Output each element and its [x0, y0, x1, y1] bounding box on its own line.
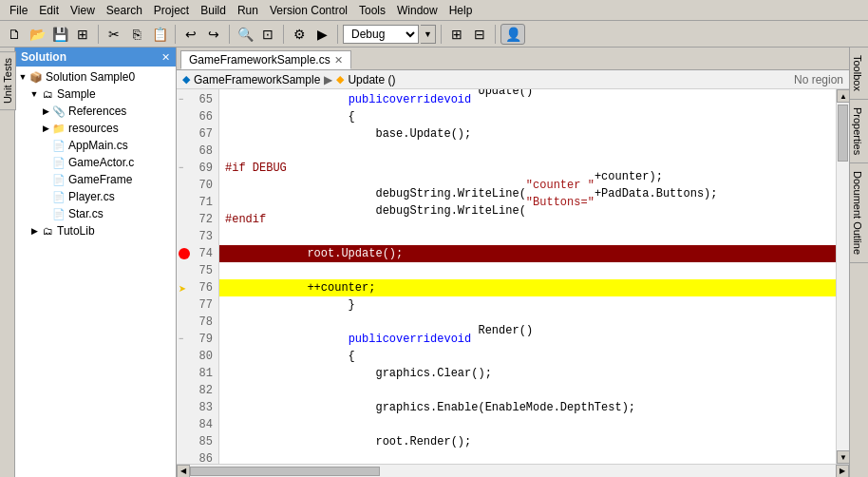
scroll-thumb-h[interactable] [190, 467, 380, 476]
tree-solution-root[interactable]: ▼ 📦 Solution Sample0 [15, 68, 176, 86]
expand-sample-arrow[interactable]: ▼ [28, 88, 40, 100]
toolbar-save-all-btn[interactable]: ⊞ [72, 24, 93, 45]
scroll-down-arrow[interactable]: ▼ [837, 450, 849, 464]
code-line-67: base.Update(); [219, 125, 836, 143]
menu-tools[interactable]: Tools [353, 2, 391, 19]
breadcrumb-class-name[interactable]: GameFrameworkSample [194, 73, 320, 86]
tree-gameactor[interactable]: 📄 GameActor.c [15, 154, 176, 171]
expand-tutolib-arrow[interactable]: ▶ [28, 225, 40, 237]
unit-tests-tab[interactable]: Unit Tests [0, 51, 16, 110]
tree-resources[interactable]: ▶ 📁 resources [15, 120, 176, 137]
solution-panel-header: Solution ✕ [15, 48, 176, 67]
menu-project[interactable]: Project [148, 2, 195, 19]
expand-solution-arrow[interactable]: ▼ [17, 71, 28, 83]
line-71: 71 [177, 194, 218, 211]
toolbar-extra2-btn[interactable]: ⊟ [469, 24, 490, 45]
breadcrumb-arrow-sep: ▶ [324, 73, 332, 86]
toolbar-cut-btn[interactable]: ✂ [104, 24, 124, 45]
toolbar-undo-btn[interactable]: ↩ [180, 24, 201, 45]
solution-icon: 📦 [28, 69, 44, 85]
main-layout: Unit Tests Solution ✕ ▼ 📦 Solution Sampl… [0, 48, 868, 477]
references-icon: 📎 [51, 104, 66, 119]
tab-close-btn[interactable]: ✕ [334, 54, 343, 67]
line-84: 84 [177, 416, 218, 433]
code-line-71: debugString.WriteLine("Buttons="+PadData… [219, 194, 836, 211]
code-line-75 [219, 262, 836, 279]
scroll-up-arrow[interactable]: ▲ [837, 89, 849, 103]
tree-appmain[interactable]: 📄 AppMain.cs [15, 137, 176, 154]
scroll-right-arrow[interactable]: ▶ [836, 465, 849, 478]
gameframe-label: GameFrame [68, 173, 132, 186]
side-tabs-left: Unit Tests [0, 48, 15, 477]
tree-references[interactable]: ▶ 📎 References [15, 103, 176, 120]
toolbar-replace-btn[interactable]: ⊡ [257, 24, 278, 45]
toolbar-sep-3 [229, 25, 230, 44]
toolbar-profile-btn[interactable]: 👤 [500, 24, 525, 45]
next-statement-arrow: ➤ [179, 281, 186, 297]
toolbar-extra1-btn[interactable]: ⊞ [446, 24, 467, 45]
cs-file-icon-gameactor: 📄 [51, 155, 66, 170]
line-numbers: −65 66 67 68 −69 70 71 72 73 74 75 ➤ 76 … [177, 89, 219, 464]
menu-window[interactable]: Window [391, 2, 443, 19]
toolbox-tab[interactable]: Toolbox [850, 48, 868, 100]
menu-view[interactable]: View [65, 2, 101, 19]
line-65: −65 [177, 91, 218, 108]
toolbar-save-btn[interactable]: 💾 [49, 24, 70, 45]
menu-edit[interactable]: Edit [33, 2, 65, 19]
cs-file-icon-player: 📄 [51, 189, 66, 204]
breadcrumb-class-icon: ◆ [182, 73, 190, 86]
editor-tab-gameframework[interactable]: GameFrameworkSample.cs ✕ [180, 50, 351, 69]
breakpoint-indicator [179, 248, 190, 259]
code-line-83: graphics.Enable(EnableMode.DepthTest); [219, 399, 836, 416]
tree-gameframe[interactable]: 📄 GameFrame [15, 171, 176, 188]
breadcrumb-method-name[interactable]: Update () [348, 73, 395, 86]
scroll-thumb-v[interactable] [838, 105, 848, 162]
line-83: 83 [177, 399, 218, 416]
toolbar-copy-btn[interactable]: ⎘ [126, 24, 147, 45]
line-79: −79 [177, 331, 218, 348]
menu-search[interactable]: Search [101, 2, 148, 19]
toolbar-redo-btn[interactable]: ↪ [203, 24, 224, 45]
tree-star[interactable]: 📄 Star.cs [15, 205, 176, 222]
side-tabs-right: Toolbox Properties Document Outline [849, 48, 868, 477]
menu-file[interactable]: File [4, 2, 33, 19]
toolbar-sep-5 [337, 25, 338, 44]
toolbar-sep-4 [283, 25, 284, 44]
expand-references-arrow[interactable]: ▶ [40, 105, 51, 117]
menu-versioncontrol[interactable]: Version Control [264, 2, 353, 19]
tree-tutolib[interactable]: ▶ 🗂 TutoLib [15, 222, 176, 239]
cs-file-icon-star: 📄 [51, 206, 66, 221]
tree-player[interactable]: 📄 Player.cs [15, 188, 176, 205]
line-73: 73 [177, 228, 218, 245]
solution-panel-close-btn[interactable]: ✕ [161, 51, 170, 64]
line-80: 80 [177, 348, 218, 365]
toolbar-run-btn[interactable]: ▶ [311, 24, 332, 45]
line-85: 85 [177, 433, 218, 450]
tab-label: GameFrameworkSample.cs [189, 53, 330, 67]
debug-config-arrow[interactable]: ▼ [421, 25, 436, 44]
code-content[interactable]: public override void Update() { base.Upd… [219, 89, 836, 464]
toolbar-new-btn[interactable]: 🗋 [4, 24, 25, 45]
toolbar-build-btn[interactable]: ⚙ [289, 24, 310, 45]
document-outline-tab[interactable]: Document Outline [850, 163, 868, 263]
scroll-track-h[interactable] [190, 466, 836, 477]
line-82: 82 [177, 382, 218, 399]
player-label: Player.cs [68, 190, 115, 203]
toolbar-open-btn[interactable]: 📂 [27, 24, 47, 45]
menu-run[interactable]: Run [232, 2, 264, 19]
debug-config-select[interactable]: Debug Release [343, 25, 419, 44]
properties-tab[interactable]: Properties [850, 100, 868, 163]
vertical-scrollbar[interactable]: ▲ ▼ [836, 89, 849, 464]
tree-sample[interactable]: ▼ 🗂 Sample [15, 86, 176, 103]
toolbar-paste-btn[interactable]: 📋 [149, 24, 170, 45]
scroll-track-v[interactable] [837, 103, 849, 450]
sample-folder-icon: 🗂 [40, 86, 55, 102]
menu-build[interactable]: Build [195, 2, 232, 19]
tutolib-icon: 🗂 [40, 223, 55, 238]
code-line-81: graphics.Clear(); [219, 365, 836, 382]
menu-help[interactable]: Help [443, 2, 479, 19]
expand-resources-arrow[interactable]: ▶ [40, 123, 51, 134]
cs-file-icon-gameframe: 📄 [51, 172, 66, 187]
scroll-left-arrow[interactable]: ◀ [177, 465, 190, 478]
toolbar-find-btn[interactable]: 🔍 [235, 24, 255, 45]
